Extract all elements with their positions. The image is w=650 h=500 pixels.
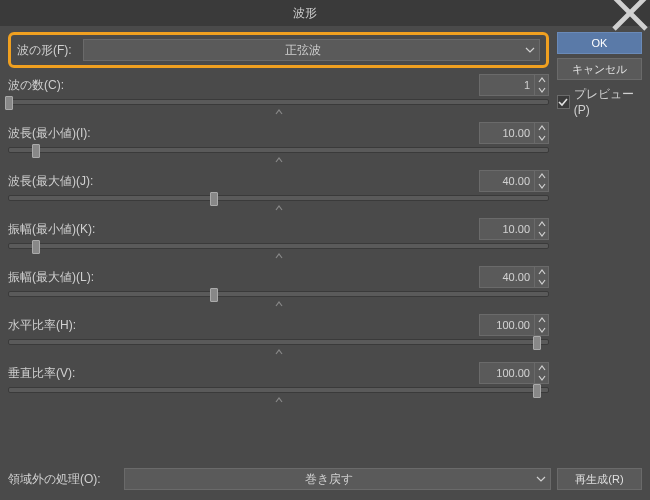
spinner-down-icon[interactable] — [535, 133, 548, 143]
outside-area-label: 領域外の処理(O): — [8, 471, 118, 488]
close-icon — [610, 0, 650, 33]
spinner-down-icon[interactable] — [535, 85, 548, 95]
slider-thumb[interactable] — [5, 96, 13, 110]
param-block: 波の数(C): 1 — [8, 74, 549, 118]
dialog-title: 波形 — [0, 5, 610, 22]
slider-thumb[interactable] — [210, 192, 218, 206]
waveform-value: 正弦波 — [84, 42, 521, 59]
param-spinner[interactable]: 40.00 — [479, 266, 549, 288]
param-slider[interactable] — [8, 195, 549, 201]
param-spinner[interactable]: 10.00 — [479, 218, 549, 240]
param-value: 100.00 — [480, 319, 534, 331]
param-slider[interactable] — [8, 99, 549, 105]
ok-button[interactable]: OK — [557, 32, 642, 54]
param-label: 波長(最大値)(J): — [8, 173, 118, 190]
param-value: 100.00 — [480, 367, 534, 379]
spinner-up-icon[interactable] — [535, 123, 548, 133]
spinner-up-icon[interactable] — [535, 171, 548, 181]
param-slider[interactable] — [8, 243, 549, 249]
outside-area-value: 巻き戻す — [125, 471, 532, 488]
param-label: 波の数(C): — [8, 77, 118, 94]
param-block: 振幅(最大値)(L): 40.00 — [8, 266, 549, 310]
check-icon — [558, 97, 568, 107]
param-label: 垂直比率(V): — [8, 365, 118, 382]
preview-checkbox[interactable] — [557, 95, 570, 109]
param-slider[interactable] — [8, 147, 549, 153]
chevron-up-icon[interactable] — [8, 107, 549, 118]
param-spinner[interactable]: 100.00 — [479, 314, 549, 336]
slider-thumb[interactable] — [533, 336, 541, 350]
param-slider[interactable] — [8, 291, 549, 297]
param-spinner[interactable]: 40.00 — [479, 170, 549, 192]
param-value: 40.00 — [480, 175, 534, 187]
slider-thumb[interactable] — [32, 144, 40, 158]
slider-thumb[interactable] — [210, 288, 218, 302]
chevron-up-icon[interactable] — [8, 155, 549, 166]
param-label: 振幅(最小値)(K): — [8, 221, 118, 238]
spinner-up-icon[interactable] — [535, 363, 548, 373]
preview-label: プレビュー(P) — [574, 86, 642, 117]
param-slider[interactable] — [8, 339, 549, 345]
spinner-up-icon[interactable] — [535, 315, 548, 325]
chevron-up-icon[interactable] — [8, 203, 549, 214]
chevron-down-icon — [521, 45, 539, 55]
param-label: 振幅(最大値)(L): — [8, 269, 118, 286]
param-block: 波長(最大値)(J): 40.00 — [8, 170, 549, 214]
regenerate-button[interactable]: 再生成(R) — [557, 468, 642, 490]
spinner-up-icon[interactable] — [535, 219, 548, 229]
spinner-up-icon[interactable] — [535, 75, 548, 85]
close-button[interactable] — [610, 0, 650, 26]
param-spinner[interactable]: 10.00 — [479, 122, 549, 144]
spinner-down-icon[interactable] — [535, 181, 548, 191]
slider-thumb[interactable] — [32, 240, 40, 254]
param-block: 水平比率(H): 100.00 — [8, 314, 549, 358]
slider-thumb[interactable] — [533, 384, 541, 398]
chevron-down-icon — [532, 474, 550, 484]
param-block: 垂直比率(V): 100.00 — [8, 362, 549, 406]
spinner-down-icon[interactable] — [535, 373, 548, 383]
param-spinner[interactable]: 100.00 — [479, 362, 549, 384]
spinner-down-icon[interactable] — [535, 325, 548, 335]
waveform-dropdown[interactable]: 正弦波 — [83, 39, 540, 61]
param-block: 波長(最小値)(I): 10.00 — [8, 122, 549, 166]
waveform-row-highlight: 波の形(F): 正弦波 — [8, 32, 549, 68]
param-value: 10.00 — [480, 127, 534, 139]
chevron-up-icon[interactable] — [8, 347, 549, 358]
waveform-label: 波の形(F): — [17, 42, 77, 59]
param-value: 40.00 — [480, 271, 534, 283]
chevron-up-icon[interactable] — [8, 395, 549, 406]
param-block: 振幅(最小値)(K): 10.00 — [8, 218, 549, 262]
param-label: 波長(最小値)(I): — [8, 125, 118, 142]
cancel-button[interactable]: キャンセル — [557, 58, 642, 80]
chevron-up-icon[interactable] — [8, 251, 549, 262]
outside-area-dropdown[interactable]: 巻き戻す — [124, 468, 551, 490]
chevron-up-icon[interactable] — [8, 299, 549, 310]
param-label: 水平比率(H): — [8, 317, 118, 334]
spinner-up-icon[interactable] — [535, 267, 548, 277]
spinner-down-icon[interactable] — [535, 277, 548, 287]
param-spinner[interactable]: 1 — [479, 74, 549, 96]
param-slider[interactable] — [8, 387, 549, 393]
param-value: 1 — [480, 79, 534, 91]
param-value: 10.00 — [480, 223, 534, 235]
spinner-down-icon[interactable] — [535, 229, 548, 239]
